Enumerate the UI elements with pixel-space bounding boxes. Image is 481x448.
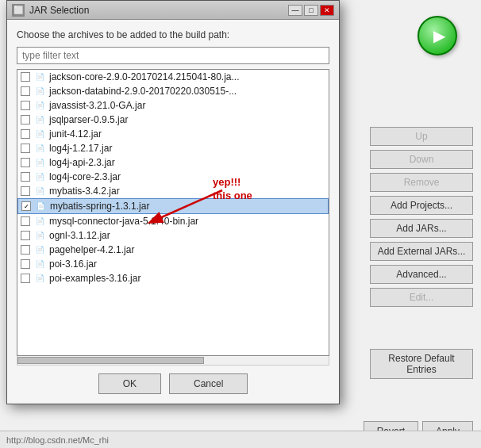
file-icon: 📄 [34, 114, 45, 125]
file-list-item[interactable]: ✓📄mybatis-spring-1.3.1.jar [17, 198, 329, 214]
file-checkbox[interactable] [21, 186, 30, 196]
file-icon: 📄 [34, 143, 45, 154]
restore-default-button[interactable]: Restore Default Entries [370, 349, 473, 379]
dialog-body: Choose the archives to be added to the b… [7, 20, 339, 404]
file-list-item[interactable]: 📄mybatis-3.4.2.jar [17, 184, 329, 198]
file-checkbox[interactable] [21, 144, 30, 153]
file-name: mybatis-spring-1.3.1.jar [50, 201, 149, 212]
file-icon: 📄 [34, 71, 45, 82]
file-checkbox[interactable] [21, 158, 30, 167]
file-checkbox[interactable] [21, 172, 30, 182]
down-button[interactable]: Down [370, 150, 473, 169]
dialog-title: JAR Selection [29, 5, 89, 16]
file-icon: 📄 [34, 86, 45, 97]
close-button[interactable]: ✕ [320, 5, 334, 16]
file-checkbox[interactable] [21, 216, 30, 226]
file-list-item[interactable]: 📄log4j-core-2.3.jar [17, 170, 329, 184]
file-icon: 📄 [34, 244, 45, 255]
file-icon: 📄 [34, 100, 45, 111]
ok-button[interactable]: OK [98, 373, 161, 394]
file-name: log4j-1.2.17.jar [49, 143, 112, 154]
file-icon: 📄 [34, 230, 45, 241]
url-text: http://blog.csdn.net/Mc_rhi [6, 435, 109, 445]
file-icon: 📄 [35, 201, 46, 212]
file-name: mybatis-3.4.2.jar [49, 186, 120, 197]
file-list-item[interactable]: 📄jsqlparser-0.9.5.jar [17, 113, 329, 127]
file-name: poi-3.16.jar [49, 258, 97, 270]
file-icon: 📄 [34, 128, 45, 140]
dialog-titlebar: ⬜ JAR Selection — □ ✕ [7, 1, 339, 20]
file-list-inner: 📄jackson-core-2.9.0-20170214.215041-80.j… [17, 70, 329, 285]
url-bar: http://blog.csdn.net/Mc_rhi [0, 431, 481, 448]
file-list-item[interactable]: 📄junit-4.12.jar [17, 127, 329, 141]
file-checkbox[interactable] [21, 86, 30, 96]
file-checkbox[interactable] [21, 129, 30, 139]
file-icon: 📄 [34, 186, 45, 197]
file-icon: 📄 [34, 258, 45, 270]
file-name: ognl-3.1.12.jar [49, 230, 110, 241]
add-projects-button[interactable]: Add Projects... [370, 196, 473, 215]
file-checkbox[interactable] [21, 101, 30, 110]
file-list-item[interactable]: 📄jackson-databind-2.9.0-20170220.030515-… [17, 84, 329, 98]
file-list-item[interactable]: 📄jackson-core-2.9.0-20170214.215041-80.j… [17, 70, 329, 84]
file-checkbox[interactable] [21, 274, 30, 283]
advanced-button[interactable]: Advanced... [370, 265, 473, 284]
file-checkbox[interactable] [21, 231, 30, 240]
play-button[interactable] [418, 16, 457, 56]
add-jars-button[interactable]: Add JARs... [370, 219, 473, 238]
horizontal-scrollbar[interactable] [17, 356, 329, 366]
file-name: javassist-3.21.0-GA.jar [49, 100, 145, 111]
file-checkbox[interactable]: ✓ [21, 201, 31, 211]
file-list-item[interactable]: 📄log4j-1.2.17.jar [17, 141, 329, 155]
file-name: mysql-connector-java-5.1.40-bin.jar [49, 216, 198, 227]
remove-button[interactable]: Remove [370, 173, 473, 192]
file-name: junit-4.12.jar [49, 128, 102, 140]
file-name: jackson-core-2.9.0-20170214.215041-80.ja… [49, 71, 240, 82]
dialog-description: Choose the archives to be added to the b… [17, 29, 329, 40]
add-external-jars-button[interactable]: Add External JARs... [370, 242, 473, 261]
file-list-item[interactable]: 📄ognl-3.1.12.jar [17, 228, 329, 243]
maximize-button[interactable]: □ [304, 5, 318, 16]
cancel-button[interactable]: Cancel [169, 373, 248, 394]
dialog-buttons: OK Cancel [17, 373, 329, 394]
minimize-button[interactable]: — [288, 5, 302, 16]
file-icon: 📄 [34, 171, 45, 182]
file-name: pagehelper-4.2.1.jar [49, 244, 134, 255]
right-panel: Up Down Remove Add Projects... Add JARs.… [370, 127, 473, 307]
file-list-item[interactable]: 📄poi-examples-3.16.jar [17, 271, 329, 285]
dialog-icon: ⬜ [12, 4, 25, 17]
up-button[interactable]: Up [370, 127, 473, 146]
file-checkbox[interactable] [21, 115, 30, 124]
edit-button[interactable]: Edit... [370, 288, 473, 307]
file-checkbox[interactable] [21, 72, 30, 82]
file-list-item[interactable]: 📄log4j-api-2.3.jar [17, 155, 329, 170]
file-list[interactable]: 📄jackson-core-2.9.0-20170214.215041-80.j… [17, 69, 329, 356]
file-list-item[interactable]: 📄pagehelper-4.2.1.jar [17, 243, 329, 257]
file-name: jackson-databind-2.9.0-20170220.030515-.… [49, 86, 237, 97]
file-name: jsqlparser-0.9.5.jar [49, 114, 128, 125]
scrollbar-thumb[interactable] [17, 357, 204, 364]
jar-selection-dialog: ⬜ JAR Selection — □ ✕ Choose the archive… [6, 0, 340, 404]
file-icon: 📄 [34, 216, 45, 227]
file-checkbox[interactable] [21, 259, 30, 269]
file-icon: 📄 [34, 273, 45, 284]
file-name: log4j-api-2.3.jar [49, 157, 115, 168]
file-name: log4j-core-2.3.jar [49, 171, 121, 182]
file-name: poi-examples-3.16.jar [49, 273, 140, 284]
file-checkbox[interactable] [21, 245, 30, 255]
file-list-item[interactable]: 📄poi-3.16.jar [17, 257, 329, 271]
file-list-item[interactable]: 📄mysql-connector-java-5.1.40-bin.jar [17, 214, 329, 228]
file-list-item[interactable]: 📄javassist-3.21.0-GA.jar [17, 98, 329, 113]
file-icon: 📄 [34, 157, 45, 168]
filter-input[interactable] [17, 47, 329, 64]
